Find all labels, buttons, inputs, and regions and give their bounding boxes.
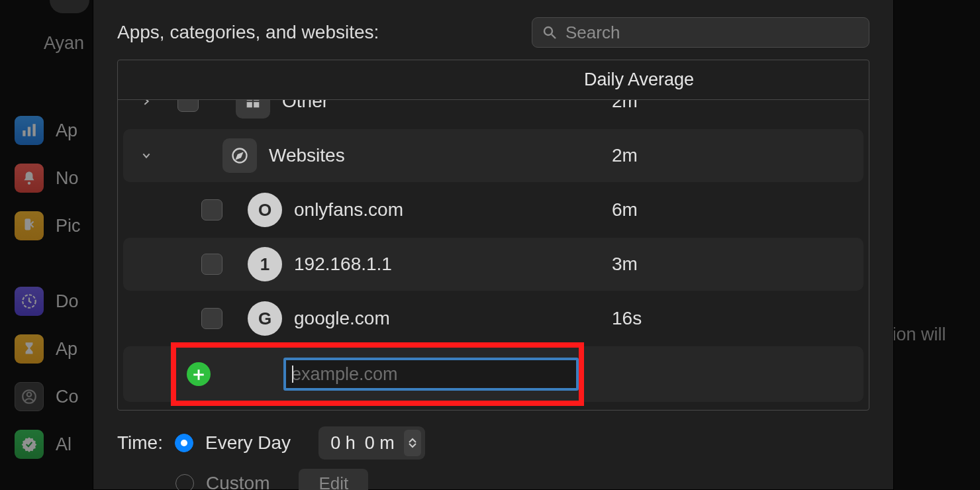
site-initial-icon: G xyxy=(248,301,282,336)
profile-avatar xyxy=(50,0,89,13)
checkbox[interactable] xyxy=(177,100,199,112)
background-text: tion will xyxy=(887,324,980,416)
svg-rect-0 xyxy=(23,130,25,136)
checkbox[interactable] xyxy=(201,308,222,329)
sidebar-item-label: No xyxy=(56,168,79,189)
sheet-title: Apps, categories, and websites: xyxy=(117,22,512,43)
sidebar-item-label: Al xyxy=(56,434,72,455)
row-label: 192.168.1.1 xyxy=(294,254,612,275)
svg-rect-2 xyxy=(32,124,35,136)
row-value: 2m xyxy=(612,100,850,112)
rows-viewport[interactable]: Other 2m Websites 2m xyxy=(118,100,869,411)
website-row[interactable]: O onlyfans.com 6m xyxy=(123,183,863,236)
svg-point-7 xyxy=(27,393,32,397)
add-website-row[interactable]: ＋ xyxy=(123,346,863,402)
chevron-right-icon[interactable] xyxy=(136,100,156,107)
sidebar-item-label: Co xyxy=(56,387,79,407)
categories-table: Daily Average Other 2m xyxy=(117,60,869,411)
site-initial-icon: O xyxy=(248,193,282,227)
time-label: Time: xyxy=(117,432,163,454)
svg-point-3 xyxy=(28,181,30,184)
column-daily-average: Daily Average xyxy=(584,70,869,90)
search-icon xyxy=(542,24,558,40)
profile-name: Ayan xyxy=(44,33,93,54)
background-text-fragment: tion will xyxy=(887,324,980,345)
sidebar-item-notifications[interactable]: No xyxy=(0,154,93,202)
sidebar-item-communication[interactable]: Co xyxy=(0,373,93,420)
sidebar-item-downtime[interactable]: Do xyxy=(0,277,93,325)
chevron-down-icon[interactable] xyxy=(136,150,156,161)
add-website-input[interactable] xyxy=(291,364,571,385)
chevron-up-icon xyxy=(409,438,416,443)
search-field[interactable] xyxy=(532,17,869,48)
person-icon xyxy=(15,382,44,411)
svg-rect-11 xyxy=(254,100,259,101)
edit-button[interactable]: Edit xyxy=(299,469,368,490)
svg-rect-12 xyxy=(247,102,252,107)
website-row[interactable]: G google.com 16s xyxy=(123,292,863,345)
chevron-down-icon xyxy=(409,443,416,448)
plus-icon[interactable]: ＋ xyxy=(187,362,211,386)
hours-value[interactable]: 0 h xyxy=(330,433,356,454)
minutes-value[interactable]: 0 m xyxy=(365,433,395,454)
check-seal-icon xyxy=(15,430,44,459)
svg-rect-1 xyxy=(28,127,30,136)
svg-rect-13 xyxy=(254,102,259,107)
bars-icon xyxy=(15,116,44,145)
sidebar-item-pickups[interactable]: Pic xyxy=(0,202,93,250)
svg-point-8 xyxy=(544,27,552,35)
sidebar-item-label: Ap xyxy=(56,339,77,360)
stepper-arrows[interactable] xyxy=(404,430,421,456)
time-stepper[interactable]: 0 h 0 m xyxy=(318,426,425,460)
row-value: 16s xyxy=(612,308,850,329)
row-label: google.com xyxy=(294,308,612,329)
sidebar-item-label: Pic xyxy=(56,216,81,236)
category-icon xyxy=(236,100,270,119)
search-input[interactable] xyxy=(565,23,859,43)
radio-custom[interactable] xyxy=(175,474,194,490)
row-value: 3m xyxy=(612,254,850,275)
svg-rect-10 xyxy=(247,100,252,101)
add-website-input-wrap[interactable] xyxy=(283,358,579,391)
row-value: 2m xyxy=(612,145,850,166)
app-limits-sheet: Apps, categories, and websites: Daily Av… xyxy=(93,0,894,490)
svg-rect-4 xyxy=(25,219,31,230)
table-header: Daily Average xyxy=(118,60,869,100)
sidebar-item-label: Ap xyxy=(56,121,77,141)
row-label: onlyfans.com xyxy=(294,199,612,220)
radio-every-day[interactable] xyxy=(175,434,193,452)
custom-label: Custom xyxy=(206,473,270,490)
checkbox[interactable] xyxy=(201,254,222,275)
svg-line-9 xyxy=(552,34,556,38)
site-initial-icon: 1 xyxy=(248,247,282,281)
compass-icon xyxy=(222,138,257,173)
sidebar-item-app-limits[interactable]: Ap xyxy=(0,325,93,373)
category-row-other[interactable]: Other 2m xyxy=(123,100,863,128)
sidebar-item-always-allowed[interactable]: Al xyxy=(0,420,93,468)
checkbox[interactable] xyxy=(201,199,222,220)
website-row[interactable]: 1 192.168.1.1 3m xyxy=(123,238,863,291)
text-caret xyxy=(292,366,293,383)
time-custom-row: Custom Edit xyxy=(117,469,893,490)
sidebar-item-app-usage[interactable]: Ap xyxy=(0,107,93,154)
sidebar-item-label: Do xyxy=(56,291,79,312)
time-controls: Time: Every Day 0 h 0 m xyxy=(117,426,893,460)
sidebar: Ayan Ap No Pic Do xyxy=(0,0,93,490)
category-row-websites[interactable]: Websites 2m xyxy=(123,129,863,182)
hourglass-icon xyxy=(15,334,44,364)
clock-icon xyxy=(15,287,44,316)
row-label: Other xyxy=(282,100,612,112)
row-label: Websites xyxy=(269,145,612,166)
bell-icon xyxy=(15,164,44,193)
every-day-label: Every Day xyxy=(205,432,291,454)
pickup-icon xyxy=(15,211,44,240)
row-value: 6m xyxy=(612,199,850,220)
